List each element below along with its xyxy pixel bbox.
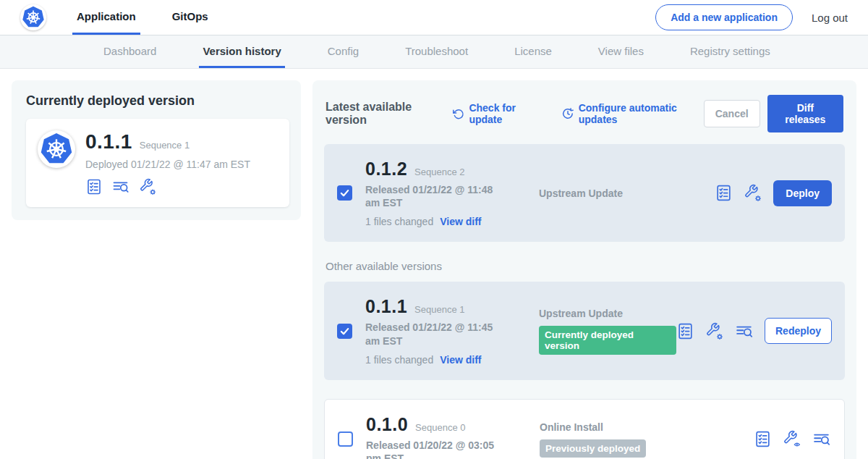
subtab-version-history-label: Version history — [203, 45, 281, 57]
files-changed-label: 1 files changed — [365, 354, 433, 366]
released-timestamp: Released 01/21/22 @ 11:48 am EST — [365, 183, 503, 209]
top-nav: Application GitOps Add a new application… — [0, 0, 868, 35]
released-timestamp: Released 01/21/22 @ 11:45 am EST — [365, 321, 503, 347]
kubernetes-logo — [20, 4, 46, 30]
diff-releases-button[interactable]: Diff releases — [767, 95, 843, 132]
preflight-checklist-icon[interactable] — [754, 430, 772, 448]
preflight-checklist-icon[interactable] — [85, 178, 103, 195]
tab-application[interactable]: Application — [72, 0, 140, 35]
subtab-config[interactable]: Config — [324, 35, 362, 68]
version-source-label: Online Install — [540, 421, 754, 433]
version-number: 0.1.2 — [365, 159, 407, 180]
view-diff-link[interactable]: View diff — [440, 354, 481, 366]
refresh-icon — [452, 107, 464, 120]
currently-deployed-card: Currently deployed version 0.1.1 Sequenc… — [12, 80, 301, 220]
version-checkbox-0-1-1[interactable] — [337, 324, 352, 339]
deploy-logs-magnifier-icon[interactable] — [111, 178, 130, 195]
version-row-0-1-1: 0.1.1 Sequence 1 Released 01/21/22 @ 11:… — [324, 282, 845, 379]
subtab-version-history[interactable]: Version history — [199, 35, 284, 68]
app-sub-nav: Dashboard Version history Config Trouble… — [0, 35, 868, 69]
other-versions-title: Other available versions — [326, 260, 843, 272]
view-diff-link[interactable]: View diff — [440, 216, 481, 227]
files-changed-label: 1 files changed — [365, 216, 433, 227]
deployed-version-number: 0.1.1 — [85, 130, 132, 153]
kubernetes-app-icon — [38, 130, 75, 168]
clock-refresh-icon — [561, 107, 574, 120]
latest-version-header: Latest available version Check for updat… — [326, 95, 843, 132]
main-content: Currently deployed version 0.1.1 Sequenc… — [0, 69, 868, 459]
tab-application-label: Application — [77, 10, 136, 22]
check-for-update-link[interactable]: Check for update — [452, 102, 542, 125]
previously-deployed-badge: Previously deployed — [540, 439, 646, 458]
deploy-logs-magnifier-icon[interactable] — [735, 322, 754, 340]
sequence-label: Sequence 2 — [414, 167, 464, 177]
subtab-license[interactable]: License — [511, 35, 556, 68]
subtab-troubleshoot[interactable]: Troubleshoot — [401, 35, 472, 68]
deployed-timestamp: Deployed 01/21/22 @ 11:47 am EST — [85, 159, 250, 170]
subtab-registry-settings-label: Registry settings — [690, 45, 770, 57]
currently-deployed-title: Currently deployed version — [26, 93, 289, 109]
deploy-button[interactable]: Deploy — [773, 180, 832, 206]
version-row-0-1-0: 0.1.0 Sequence 0 Released 01/20/22 @ 03:… — [324, 399, 845, 459]
version-source-label: Upstream Update — [539, 188, 715, 199]
view-config-wrench-eye-icon[interactable] — [783, 430, 801, 448]
deployed-version-box: 0.1.1 Sequence 1 Deployed 01/21/22 @ 11:… — [26, 119, 289, 207]
subtab-dashboard[interactable]: Dashboard — [100, 35, 160, 68]
cancel-button[interactable]: Cancel — [704, 100, 760, 127]
add-application-button[interactable]: Add a new application — [655, 4, 793, 30]
version-row-0-1-2: 0.1.2 Sequence 2 Released 01/21/22 @ 11:… — [324, 144, 845, 242]
tab-gitops[interactable]: GitOps — [168, 0, 213, 35]
subtab-view-files-label: View files — [598, 45, 644, 57]
redeploy-button[interactable]: Redeploy — [765, 318, 832, 344]
edit-config-wrench-gear-icon[interactable] — [744, 184, 762, 202]
version-number: 0.1.0 — [366, 414, 408, 435]
subtab-config-label: Config — [328, 45, 359, 57]
logout-button[interactable]: Log out — [812, 12, 848, 24]
sequence-label: Sequence 0 — [415, 422, 465, 433]
preflight-checklist-icon[interactable] — [715, 184, 733, 202]
version-number: 0.1.1 — [365, 296, 407, 317]
deployed-sequence-label: Sequence 1 — [140, 140, 190, 151]
deploy-logs-magnifier-icon[interactable] — [812, 430, 831, 448]
configure-auto-updates-link[interactable]: Configure automatic updates — [561, 102, 704, 125]
edit-config-wrench-gear-icon[interactable] — [705, 322, 724, 340]
subtab-registry-settings[interactable]: Registry settings — [686, 35, 774, 68]
version-history-panel: Latest available version Check for updat… — [312, 80, 856, 459]
check-for-update-label: Check for update — [469, 102, 542, 125]
latest-version-title: Latest available version — [326, 101, 443, 127]
top-nav-tabs: Application GitOps — [72, 0, 213, 35]
preflight-checklist-icon[interactable] — [676, 322, 694, 340]
configure-auto-updates-label: Configure automatic updates — [579, 102, 704, 125]
version-checkbox-0-1-0[interactable] — [338, 431, 353, 447]
edit-config-wrench-gear-icon[interactable] — [139, 178, 157, 195]
currently-deployed-badge: Currently deployed version — [539, 326, 676, 355]
released-timestamp: Released 01/20/22 @ 03:05 pm EST — [366, 439, 503, 459]
subtab-dashboard-label: Dashboard — [103, 45, 156, 57]
sequence-label: Sequence 1 — [414, 304, 464, 315]
subtab-license-label: License — [514, 45, 552, 57]
subtab-view-files[interactable]: View files — [595, 35, 647, 68]
version-checkbox-0-1-2[interactable] — [337, 185, 352, 201]
subtab-troubleshoot-label: Troubleshoot — [405, 45, 468, 57]
tab-gitops-label: GitOps — [172, 10, 208, 22]
version-source-label: Upstream Update — [539, 308, 676, 319]
